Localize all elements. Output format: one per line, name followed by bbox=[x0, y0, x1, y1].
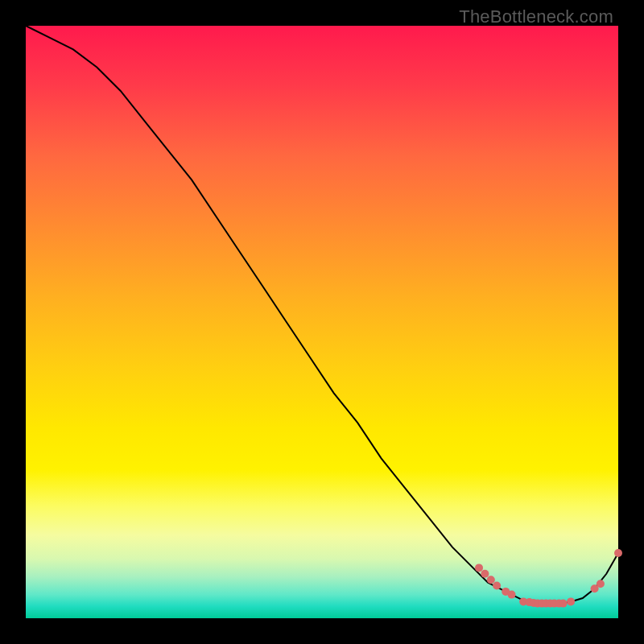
line-plot-svg bbox=[26, 26, 618, 618]
data-marker bbox=[567, 597, 575, 605]
data-markers bbox=[475, 549, 622, 608]
data-marker bbox=[475, 564, 483, 572]
chart-frame: TheBottleneck.com bbox=[0, 0, 644, 644]
data-marker bbox=[508, 591, 516, 599]
performance-curve bbox=[26, 26, 618, 604]
data-marker bbox=[559, 600, 568, 608]
data-marker bbox=[493, 582, 501, 590]
data-marker bbox=[597, 580, 605, 588]
data-marker bbox=[614, 549, 622, 557]
data-marker bbox=[481, 570, 489, 578]
data-marker bbox=[487, 576, 495, 584]
branding-watermark: TheBottleneck.com bbox=[459, 6, 613, 27]
